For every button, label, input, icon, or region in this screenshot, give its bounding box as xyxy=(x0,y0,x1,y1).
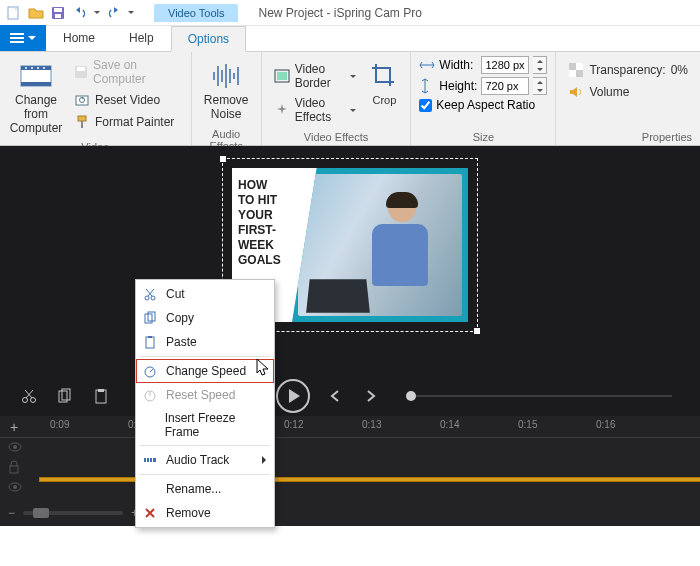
menu-remove[interactable]: Remove xyxy=(136,501,274,525)
format-painter-button[interactable]: Format Painter xyxy=(70,112,183,132)
zoom-slider[interactable] xyxy=(23,511,123,515)
menu-paste[interactable]: Paste xyxy=(136,330,274,354)
reset-video-button[interactable]: Reset Video xyxy=(70,90,183,110)
btn-label: Remove xyxy=(204,93,249,107)
svg-point-51 xyxy=(145,296,149,300)
menu-label: Reset Speed xyxy=(166,388,235,402)
dropdown-icon xyxy=(350,109,356,112)
tab-help[interactable]: Help xyxy=(112,25,171,51)
save-on-computer-button[interactable]: Save on Computer xyxy=(70,56,183,88)
visibility-icon[interactable] xyxy=(8,442,22,452)
new-icon[interactable] xyxy=(6,5,22,21)
btn-label: Noise xyxy=(211,107,242,121)
speedometer-reset-icon xyxy=(142,387,158,403)
scissors-icon xyxy=(142,286,158,302)
btn-label: Save on Computer xyxy=(93,58,179,86)
menu-separator xyxy=(140,356,270,357)
zoom-thumb[interactable] xyxy=(33,508,49,518)
svg-rect-61 xyxy=(149,457,150,463)
btn-label: Transparency: xyxy=(589,63,665,77)
ribbon: Change fromComputer Save on Computer Res… xyxy=(0,52,700,146)
menu-audio-track[interactable]: Audio Track xyxy=(136,448,274,472)
tracks[interactable] xyxy=(0,438,700,498)
menu-cut[interactable]: Cut xyxy=(136,282,274,306)
tab-home[interactable]: Home xyxy=(46,25,112,51)
menu-label: Change Speed xyxy=(166,364,246,378)
playback-bar xyxy=(0,376,700,416)
height-label: Height: xyxy=(439,79,477,93)
menu-insert-freeze-frame[interactable]: Insert Freeze Frame xyxy=(136,407,274,443)
menu-rename[interactable]: Rename... xyxy=(136,477,274,501)
menu-label: Insert Freeze Frame xyxy=(165,411,264,439)
svg-rect-6 xyxy=(10,41,24,43)
timeline[interactable]: + 0:09 0:10 0:11 0:12 0:13 0:14 0:15 0:1… xyxy=(0,416,700,526)
btn-label: Format Painter xyxy=(95,115,174,129)
scrub-head[interactable] xyxy=(406,391,416,401)
redo-more-icon[interactable] xyxy=(128,11,134,14)
menu-change-speed[interactable]: Change Speed xyxy=(136,359,274,383)
lock-icon[interactable] xyxy=(8,460,22,474)
play-button[interactable] xyxy=(276,379,310,413)
height-spinner[interactable] xyxy=(533,77,547,95)
width-input[interactable] xyxy=(481,56,529,74)
submenu-arrow-icon xyxy=(262,456,266,464)
add-track-button[interactable]: + xyxy=(10,419,18,435)
group-label: Size xyxy=(419,129,547,145)
video-effects-button[interactable]: Video Effects xyxy=(270,94,361,126)
preview-canvas[interactable]: HOW TO HIT YOUR FIRST-WEEK GOALS xyxy=(0,146,700,416)
redo-icon[interactable] xyxy=(106,5,122,21)
tick: 0:09 xyxy=(50,419,69,430)
document-title: New Project - iSpring Cam Pro xyxy=(258,6,421,20)
menu-copy[interactable]: Copy xyxy=(136,306,274,330)
svg-rect-48 xyxy=(10,466,18,473)
border-icon xyxy=(274,68,290,84)
context-menu: Cut Copy Paste Change Speed Reset Speed … xyxy=(135,279,275,528)
prev-button[interactable] xyxy=(324,385,346,407)
group-label: Properties xyxy=(564,129,692,145)
svg-point-12 xyxy=(37,67,39,69)
save-icon[interactable] xyxy=(50,5,66,21)
btn-label: Video Border xyxy=(295,62,346,90)
svg-point-10 xyxy=(25,67,27,69)
slide-text: FIRST-WEEK GOALS xyxy=(238,223,286,268)
paste-tool[interactable] xyxy=(90,385,112,407)
undo-more-icon[interactable] xyxy=(94,11,100,14)
width-spinner[interactable] xyxy=(533,56,547,74)
undo-icon[interactable] xyxy=(72,5,88,21)
open-icon[interactable] xyxy=(28,5,44,21)
height-input[interactable] xyxy=(481,77,529,95)
svg-point-47 xyxy=(13,445,17,449)
save-icon xyxy=(74,64,88,80)
cut-tool[interactable] xyxy=(18,385,40,407)
menu-label: Remove xyxy=(166,506,211,520)
volume-button[interactable]: Volume xyxy=(564,82,692,102)
speedometer-icon xyxy=(142,363,158,379)
svg-rect-60 xyxy=(146,456,147,464)
svg-rect-5 xyxy=(10,37,24,39)
transparency-button[interactable]: Transparency: 0% xyxy=(564,60,692,80)
crop-button[interactable]: Crop xyxy=(366,56,402,111)
audio-track-icon xyxy=(142,452,158,468)
scrub-track[interactable] xyxy=(406,395,672,397)
copy-icon xyxy=(142,310,158,326)
zoom-out-button[interactable]: − xyxy=(8,506,15,520)
svg-rect-44 xyxy=(98,389,104,392)
copy-tool[interactable] xyxy=(54,385,76,407)
video-border-button[interactable]: Video Border xyxy=(270,60,361,92)
change-from-computer-button[interactable]: Change fromComputer xyxy=(8,56,64,139)
btn-label: Volume xyxy=(589,85,629,99)
btn-label: Video Effects xyxy=(295,96,346,124)
ruler[interactable]: + 0:09 0:10 0:11 0:12 0:13 0:14 0:15 0:1… xyxy=(0,416,700,438)
paintbrush-icon xyxy=(74,114,90,130)
remove-noise-button[interactable]: RemoveNoise xyxy=(200,56,253,126)
next-button[interactable] xyxy=(360,385,382,407)
menu-label: Cut xyxy=(166,287,185,301)
keep-aspect-checkbox[interactable]: Keep Aspect Ratio xyxy=(419,98,547,112)
file-tab[interactable] xyxy=(0,25,46,51)
tick: 0:15 xyxy=(518,419,537,430)
visibility-icon[interactable] xyxy=(8,482,22,492)
tab-options[interactable]: Options xyxy=(171,26,246,52)
svg-rect-55 xyxy=(146,337,154,348)
filmstrip-icon xyxy=(20,60,52,92)
width-icon xyxy=(419,59,435,71)
